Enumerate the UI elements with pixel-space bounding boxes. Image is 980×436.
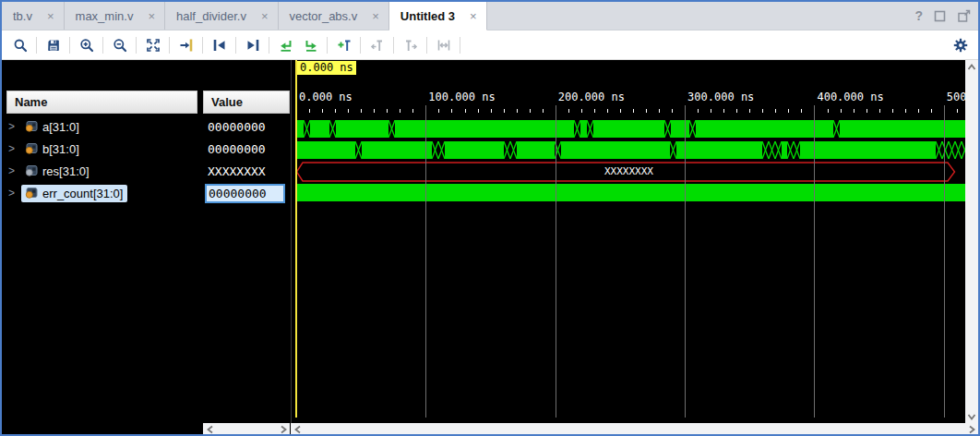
minor-tick: [400, 109, 400, 113]
signal-name-cell[interactable]: res[31:0]: [21, 163, 94, 180]
transition-x-mark: [762, 141, 782, 159]
help-icon[interactable]: ?: [914, 8, 923, 23]
wave-row-err_count[interactable]: [292, 184, 966, 201]
signal-name-cell[interactable]: err_count[31:0]: [21, 185, 127, 202]
go-to-last-time-button[interactable]: [298, 33, 323, 56]
toolbar-separator: [269, 37, 269, 54]
transition-x-mark: [388, 120, 395, 138]
minor-tick: [801, 109, 802, 113]
signal-value-panel: Value 0000000000000000XXXXXXXX00000000: [203, 60, 290, 436]
minor-tick: [607, 109, 608, 113]
tab-max-min-v[interactable]: max_min.v×: [65, 2, 165, 30]
time-label: 500.000 ns: [947, 91, 966, 103]
scroll-right-icon[interactable]: [965, 423, 977, 435]
signal-name-cell[interactable]: b[31:0]: [21, 140, 84, 158]
scroll-left-icon[interactable]: [292, 423, 304, 435]
previous-transition-button[interactable]: [207, 33, 232, 56]
minor-tick: [918, 109, 919, 113]
next-marker-button: [398, 33, 423, 56]
transition-x-mark: [670, 141, 676, 159]
close-icon[interactable]: ×: [372, 9, 379, 23]
waveform-canvas[interactable]: 0.000 ns 0.000 ns100.000 ns200.000 ns300…: [291, 60, 966, 423]
close-icon[interactable]: ×: [47, 9, 54, 23]
close-icon[interactable]: ×: [148, 9, 155, 23]
signal-row-err_count[interactable]: >err_count[31:0]: [2, 182, 197, 204]
minor-tick: [905, 109, 906, 113]
time-label: 400.000 ns: [817, 91, 883, 103]
toolbar-separator: [360, 37, 361, 54]
cursor-time-badge: 0.000 ns: [297, 61, 356, 75]
minor-tick: [866, 109, 867, 113]
swap-cursors-button: [431, 33, 456, 56]
tab-half-divider-v[interactable]: half_divider.v×: [165, 2, 278, 30]
time-cursor[interactable]: [295, 60, 297, 418]
signal-value-row-err_count[interactable]: 00000000: [203, 182, 290, 204]
signal-value-cell[interactable]: 00000000: [205, 184, 285, 203]
time-label: 200.000 ns: [558, 91, 625, 103]
find-button[interactable]: [7, 33, 32, 56]
minor-tick: [892, 109, 893, 113]
expand-chevron-icon[interactable]: >: [8, 187, 17, 200]
tab-label: vector_abs.v: [290, 9, 358, 23]
vertical-scrollbar[interactable]: [965, 60, 978, 423]
bus-orange-bus-icon: [24, 143, 38, 155]
zoom-fit-button[interactable]: [140, 33, 165, 56]
name-column-header: Name: [6, 91, 197, 114]
scroll-down-icon[interactable]: [965, 410, 977, 422]
previous-marker-button: [365, 33, 389, 56]
minor-tick: [775, 109, 776, 113]
close-icon[interactable]: ×: [470, 9, 477, 23]
add-marker-button[interactable]: [331, 33, 356, 56]
scroll-right-icon[interactable]: [277, 423, 289, 435]
save-wave-config-button[interactable]: [41, 33, 66, 56]
signal-value-cell[interactable]: 00000000: [208, 120, 266, 134]
zoom-in-button[interactable]: [74, 33, 99, 56]
signal-value-row-a[interactable]: 00000000: [203, 115, 290, 138]
minor-tick: [749, 109, 750, 113]
gridline-200ns: [556, 105, 556, 418]
wave-horizontal-scrollbar[interactable]: [291, 423, 978, 436]
wave-row-b[interactable]: [292, 141, 966, 159]
wave-row-a[interactable]: [292, 120, 966, 138]
wave-row-res[interactable]: XXXXXXXX: [292, 162, 966, 182]
minor-tick: [854, 109, 855, 113]
signal-value-row-res[interactable]: XXXXXXXX: [203, 160, 290, 182]
toolbar-separator: [169, 37, 170, 54]
scroll-left-icon[interactable]: [204, 423, 216, 435]
tab-vector-abs-v[interactable]: vector_abs.v×: [279, 2, 389, 30]
tab-tb-v[interactable]: tb.v×: [2, 2, 65, 30]
toolbar-separator: [327, 37, 328, 54]
go-to-time-cursor-button[interactable]: [173, 33, 198, 56]
tab-untitled-3[interactable]: Untitled 3×: [389, 2, 487, 30]
minor-tick: [465, 109, 466, 113]
transition-x-mark: [936, 141, 966, 159]
float-icon[interactable]: [957, 9, 971, 23]
signal-value-cell[interactable]: 00000000: [208, 142, 266, 156]
minor-tick: [620, 109, 621, 113]
zoom-out-button[interactable]: [107, 33, 132, 56]
signal-row-res[interactable]: >res[31:0]: [2, 160, 197, 182]
gridline-500ns: [944, 105, 945, 418]
minor-tick: [374, 109, 375, 113]
signal-value-row-b[interactable]: 00000000: [203, 138, 290, 160]
signal-name-cell[interactable]: a[31:0]: [21, 118, 84, 136]
signal-value-cell[interactable]: XXXXXXXX: [208, 164, 266, 178]
close-icon[interactable]: ×: [261, 9, 269, 23]
expand-chevron-icon[interactable]: >: [8, 120, 17, 133]
minor-tick: [543, 109, 544, 113]
transition-x-mark: [355, 141, 362, 159]
scroll-up-icon[interactable]: [965, 61, 977, 73]
maximize-icon[interactable]: [933, 9, 947, 23]
minor-tick: [348, 109, 349, 113]
expand-chevron-icon[interactable]: >: [8, 142, 17, 155]
settings-button[interactable]: [948, 33, 973, 56]
value-horizontal-scrollbar[interactable]: [203, 423, 290, 436]
expand-chevron-icon[interactable]: >: [8, 164, 17, 177]
gridline-100ns: [425, 105, 426, 418]
signal-row-b[interactable]: >b[31:0]: [2, 138, 197, 160]
go-to-time-zero-button[interactable]: [273, 33, 298, 56]
signal-row-a[interactable]: >a[31:0]: [2, 115, 197, 138]
toolbar-separator: [202, 37, 203, 54]
next-transition-button[interactable]: [240, 33, 265, 56]
minor-tick: [451, 109, 452, 113]
